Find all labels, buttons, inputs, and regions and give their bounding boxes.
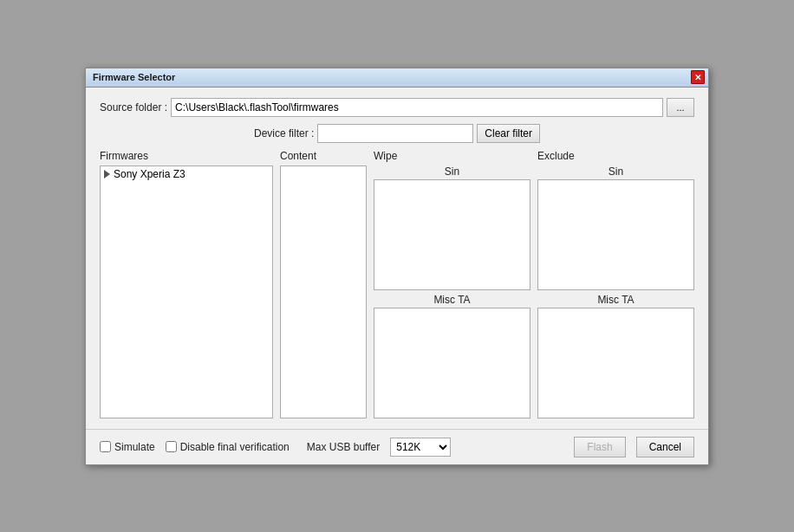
content-list[interactable] <box>280 165 367 418</box>
exclude-misc-list[interactable] <box>537 308 694 418</box>
exclude-header: Exclude <box>537 150 694 162</box>
content-header: Content <box>280 150 367 162</box>
source-folder-row: Source folder : ... <box>100 98 694 117</box>
exclude-sin-label: Sin <box>537 165 694 178</box>
exclude-misc-label: Misc TA <box>537 294 694 306</box>
firmware-name: Sony Xperia Z3 <box>114 168 185 180</box>
wipe-misc-section: Misc TA <box>374 294 530 418</box>
wipe-sin-label: Sin <box>374 165 530 178</box>
exclude-sin-list[interactable] <box>537 179 694 290</box>
browse-button[interactable]: ... <box>667 98 694 117</box>
wipe-header: Wipe <box>374 150 530 162</box>
simulate-checkbox-label[interactable]: Simulate <box>100 441 155 453</box>
exclude-misc-section: Misc TA <box>537 294 694 418</box>
simulate-checkbox[interactable] <box>100 441 111 452</box>
title-bar: Firmware Selector ✕ <box>86 68 708 88</box>
wipe-sin-section: Sin <box>374 165 530 290</box>
device-filter-label: Device filter : <box>254 127 314 139</box>
simulate-label: Simulate <box>114 441 155 453</box>
usb-buffer-label: Max USB buffer <box>307 441 380 453</box>
window-title: Firmware Selector <box>93 72 175 82</box>
exclude-column: Exclude Sin Misc TA <box>537 150 694 418</box>
firmware-selector-window: Firmware Selector ✕ Source folder : ... … <box>85 68 709 465</box>
wipe-column: Wipe Sin Misc TA <box>374 150 530 418</box>
clear-filter-button[interactable]: Clear filter <box>477 124 540 143</box>
wipe-sin-list[interactable] <box>374 179 530 290</box>
device-filter-input[interactable] <box>317 124 473 143</box>
exclude-sin-section: Sin <box>537 165 694 290</box>
disable-verification-label: Disable final verification <box>180 441 290 453</box>
firmwares-column: Firmwares Sony Xperia Z3 <box>100 150 273 418</box>
expand-icon <box>104 170 110 178</box>
usb-buffer-select[interactable]: 512K 256K 1M 2M <box>390 438 451 457</box>
firmwares-header: Firmwares <box>100 150 273 162</box>
content-column: Content <box>280 150 367 418</box>
disable-verification-checkbox[interactable] <box>166 441 177 452</box>
firmwares-list[interactable]: Sony Xperia Z3 <box>100 165 273 418</box>
source-folder-input[interactable] <box>171 98 663 117</box>
disable-verification-checkbox-label[interactable]: Disable final verification <box>166 441 290 453</box>
wipe-misc-list[interactable] <box>374 308 530 418</box>
main-content: Source folder : ... Device filter : Clea… <box>86 88 708 429</box>
device-filter-row: Device filter : Clear filter <box>100 124 694 143</box>
list-item[interactable]: Sony Xperia Z3 <box>101 166 272 182</box>
wipe-misc-label: Misc TA <box>374 294 530 306</box>
footer: Simulate Disable final verification Max … <box>86 429 708 464</box>
close-button[interactable]: ✕ <box>691 70 705 84</box>
flash-button[interactable]: Flash <box>574 437 625 457</box>
source-folder-label: Source folder : <box>100 101 167 114</box>
cancel-button[interactable]: Cancel <box>636 437 694 457</box>
